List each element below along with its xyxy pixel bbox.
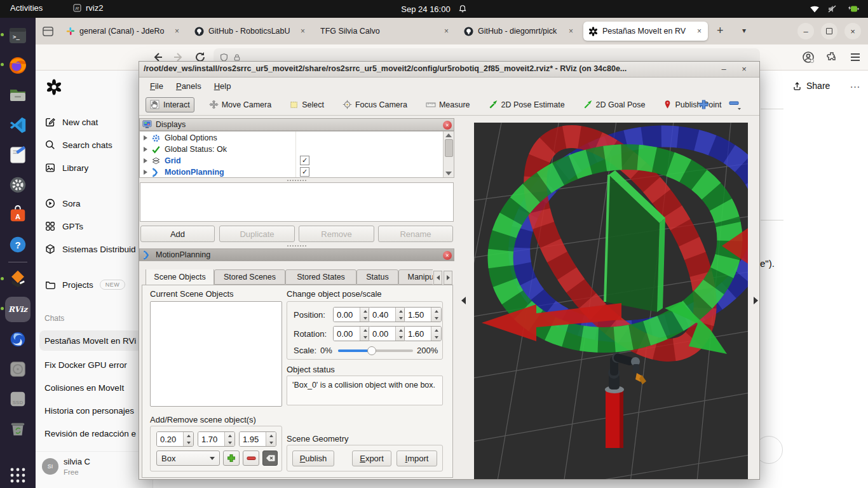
tab-close-icon[interactable]: × [696,27,703,36]
panel-collapse-left-icon[interactable] [461,297,466,304]
dock-rviz-icon[interactable]: RViz [5,297,31,322]
tree-row-grid[interactable]: Grid [140,155,181,166]
add-display-button[interactable]: Add [140,226,215,242]
firefox-view-icon[interactable] [42,25,54,37]
tab-tfg-silvia-calvo[interactable]: TFG Silvia Calvo × [315,22,455,41]
tab-scene-objects[interactable]: Scene Objects [146,269,214,285]
tool-publish-point[interactable]: Publish Point [660,98,725,111]
chat-item-pestanas[interactable]: Pestañas MoveIt en RVi [39,330,151,351]
expander-icon[interactable] [144,158,147,163]
chat-item-revision[interactable]: Revisión de redacción e [39,423,147,444]
spin-arrows[interactable] [431,327,441,341]
tab-github-diegomrt[interactable]: GitHub - diegomrt/pick × [459,22,580,41]
expander-icon[interactable] [144,135,147,140]
displays-panel-header[interactable]: Displays × [139,118,454,131]
conversation-more-icon[interactable]: … [850,78,860,91]
chat-item-colisiones[interactable]: Colisiones en MoveIt [39,377,147,398]
dock-ssd-icon[interactable]: SSD [5,386,31,412]
shield-icon[interactable] [220,53,228,62]
grid-checkbox[interactable]: ✓ [300,156,309,165]
tab-stored-scenes[interactable]: Stored Scenes [214,269,285,285]
tool-move-camera[interactable]: Move Camera [205,98,276,111]
browser-close-button[interactable]: × [844,23,861,39]
tool-measure[interactable]: Measure [422,98,474,111]
dock-text-editor-icon[interactable] [5,142,31,168]
dock-settings-icon[interactable] [5,172,31,198]
tab-scroll-right-icon[interactable] [444,271,452,285]
position-y-spinbox[interactable] [369,307,406,322]
account-row[interactable]: SI silvia C Free [36,451,153,488]
menu-help[interactable]: Help [208,79,237,93]
remove-tool-minus-icon[interactable] [729,100,742,111]
dock-vscode-icon[interactable] [5,112,31,138]
tab-status[interactable]: Status [356,269,398,285]
rviz-titlebar[interactable]: /root/dev_ws/install/ros2srrc_ur5_moveit… [139,62,759,78]
rotation-x-spinbox[interactable] [333,326,370,341]
tab-scroll-left-icon[interactable] [433,271,442,285]
list-all-tabs-icon[interactable]: ▾ [742,26,746,35]
clear-backspace-button[interactable] [262,451,278,466]
system-tray[interactable] [810,0,859,18]
spin-arrows[interactable] [266,432,276,446]
rviz-close-button[interactable]: × [736,63,752,76]
dock-disks-icon[interactable] [5,356,31,382]
share-button[interactable]: Share [792,81,830,91]
dock-terminal-icon[interactable]: >_ [5,23,31,48]
tree-row-global-status[interactable]: Global Status: Ok [140,144,227,155]
tool-focus-camera[interactable]: Focus Camera [339,98,411,111]
tool-2d-pose-estimate[interactable]: 2D Pose Estimate [485,98,569,111]
tool-2d-goal-pose[interactable]: 2D Goal Pose [580,98,649,111]
clock[interactable]: Sep 24 16:00 [0,0,868,18]
rviz-3d-viewport[interactable] [474,123,748,479]
motionplanning-close-icon[interactable]: × [443,251,452,260]
position-z-spinbox[interactable] [404,307,442,322]
import-button[interactable]: Import [397,451,437,466]
motionplanning-checkbox[interactable]: ✓ [300,167,309,177]
export-button[interactable]: Export [352,451,391,466]
spin-arrows[interactable] [224,432,234,446]
dock-help-icon[interactable]: ? [5,232,31,257]
tool-select[interactable]: Select [286,98,328,111]
add-tool-plus-icon[interactable] [698,99,709,110]
publish-button[interactable]: Publish [292,451,334,466]
tab-pestanas-moveit[interactable]: Pestañas MoveIt en RV × [583,22,708,41]
scene-objects-list[interactable] [150,301,282,407]
displays-close-icon[interactable]: × [443,121,452,130]
tool-interact[interactable]: Interact [146,97,194,112]
dim-z-spinbox[interactable] [239,431,276,447]
spin-arrows[interactable] [183,432,193,446]
lock-icon[interactable] [233,53,241,62]
dock-trash-icon[interactable] [5,416,31,442]
chat-item-historia[interactable]: Historia con personajes [39,400,147,421]
account-icon[interactable] [802,51,815,64]
rename-display-button[interactable]: Rename [378,226,453,242]
tab-stored-states[interactable]: Stored States [285,269,356,285]
menu-file[interactable]: File [144,79,169,93]
slider-knob[interactable] [367,346,376,355]
dock-ubuntu-software-icon[interactable]: A [5,202,31,227]
chat-item-docker[interactable]: Fix Docker GPU error [39,355,147,375]
chatgpt-logo-icon[interactable] [46,79,62,95]
dock-firefox-icon[interactable] [5,53,31,78]
tab-close-icon[interactable]: × [173,27,180,36]
spin-arrows[interactable] [431,308,441,322]
expander-icon[interactable] [144,147,147,152]
browser-minimize-button[interactable]: – [797,23,814,39]
dock-additional-drivers-icon[interactable] [5,267,31,292]
menu-hamburger-icon[interactable] [849,51,862,64]
tab-close-icon[interactable]: × [299,27,306,36]
scale-slider[interactable] [338,346,413,355]
dock-blue-swirl-app-icon[interactable] [5,327,31,352]
tree-row-motionplanning[interactable]: MotionPlanning [140,166,224,178]
tab-close-icon[interactable]: × [443,27,450,36]
dim-y-spinbox[interactable] [198,431,235,447]
remove-object-button[interactable] [243,451,259,466]
menu-panels[interactable]: Panels [170,79,207,93]
new-tab-button[interactable]: + [717,24,724,37]
motionplanning-panel-header[interactable]: MotionPlanning × [139,248,454,261]
tab-manipulation[interactable]: Manipu [398,269,433,285]
browser-maximize-button[interactable] [821,23,837,39]
tab-github-roboticslab[interactable]: GitHub - RoboticsLabU × [189,22,311,41]
tab-close-icon[interactable]: × [567,27,574,36]
extensions-puzzle-icon[interactable] [825,51,838,64]
